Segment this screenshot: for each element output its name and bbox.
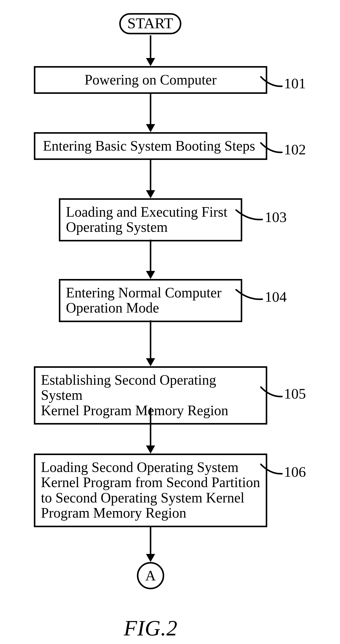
step-101-number: 101: [284, 76, 306, 91]
step-106-box: Loading Second Operating System Kernel P…: [34, 454, 267, 527]
step-105-text: Establishing Second Operating System Ker…: [41, 372, 228, 418]
step-101-text: Powering on Computer: [85, 72, 217, 88]
step-101-box: Powering on Computer: [34, 66, 267, 94]
step-103-number: 103: [265, 210, 287, 225]
step-106-text: Loading Second Operating System Kernel P…: [41, 459, 260, 521]
step-106-number: 106: [284, 465, 306, 479]
connector-a-label: A: [145, 567, 156, 584]
step-105-number: 105: [284, 386, 306, 401]
connector-a: A: [137, 562, 164, 589]
step-102-box: Entering Basic System Booting Steps: [34, 132, 267, 160]
step-103-box: Loading and Executing First Operating Sy…: [59, 198, 242, 241]
step-104-text: Entering Normal Computer Operation Mode: [66, 285, 222, 316]
step-104-number: 104: [265, 290, 287, 304]
step-104-box: Entering Normal Computer Operation Mode: [59, 279, 242, 322]
start-terminator: START: [119, 13, 181, 34]
flowchart-canvas: START Powering on Computer 101 Entering …: [0, 0, 340, 644]
figure-title: FIG.2: [124, 615, 178, 641]
step-102-number: 102: [284, 142, 306, 157]
step-103-text: Loading and Executing First Operating Sy…: [66, 204, 227, 235]
start-label: START: [127, 15, 173, 32]
step-102-text: Entering Basic System Booting Steps: [43, 138, 255, 154]
